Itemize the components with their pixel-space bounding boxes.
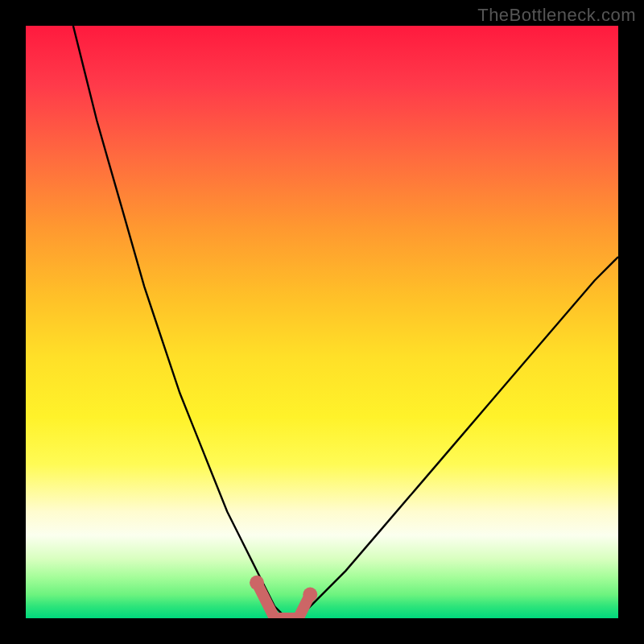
outer-frame: TheBottleneck.com — [0, 0, 644, 644]
highlight-dot-left — [250, 576, 264, 590]
watermark-text: TheBottleneck.com — [477, 5, 636, 26]
bottleneck-curve — [73, 26, 618, 618]
highlight-dot-right — [303, 588, 317, 602]
highlight-band — [257, 583, 310, 618]
plot-area — [26, 26, 618, 618]
chart-svg — [26, 26, 618, 618]
